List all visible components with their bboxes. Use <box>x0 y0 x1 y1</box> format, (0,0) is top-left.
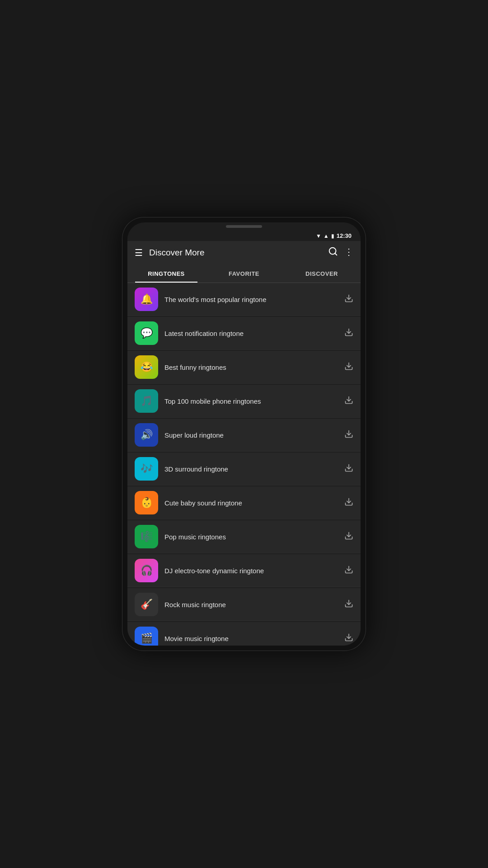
status-bar: ▼ ▲ ▮ 12:30 <box>127 229 361 241</box>
download-button-9[interactable] <box>344 565 353 576</box>
list-item[interactable]: 💬Latest notification ringtone <box>127 317 361 350</box>
status-time: 12:30 <box>337 232 352 239</box>
download-button-11[interactable] <box>344 633 353 644</box>
ringtone-label-9: DJ electro-tone dynamic ringtone <box>164 567 344 575</box>
list-item[interactable]: 🎸Rock music ringtone <box>127 588 361 621</box>
list-item[interactable]: 🎵Top 100 mobile phone ringtones <box>127 385 361 418</box>
list-item[interactable]: 🔊Super loud ringtone <box>127 419 361 452</box>
svg-line-1 <box>335 253 337 255</box>
download-button-6[interactable] <box>344 463 353 475</box>
ringtone-icon-11: 🎬 <box>135 627 158 646</box>
list-item[interactable]: 🔔The world's most popular ringtone <box>127 283 361 316</box>
app-title: Discover More <box>149 248 328 258</box>
ringtone-label-1: The world's most popular ringtone <box>164 296 344 303</box>
download-button-7[interactable] <box>344 497 353 509</box>
phone-frame: ▼ ▲ ▮ 12:30 ☰ Discover More ⋮ <box>122 217 366 651</box>
ringtone-label-6: 3D surround ringtone <box>164 465 344 473</box>
ringtone-label-4: Top 100 mobile phone ringtones <box>164 397 344 405</box>
battery-icon: ▮ <box>331 233 334 239</box>
list-item[interactable]: 😂Best funny ringtones <box>127 351 361 384</box>
download-button-4[interactable] <box>344 396 353 407</box>
list-item[interactable]: 🎬Movie music ringtone <box>127 622 361 646</box>
menu-icon[interactable]: ☰ <box>135 247 143 258</box>
ringtone-list: 🔔The world's most popular ringtone 💬Late… <box>127 283 361 646</box>
list-item[interactable]: 🎶3D surround ringtone <box>127 453 361 486</box>
tabs: RINGTONES FAVORITE DISCOVER <box>127 264 361 283</box>
list-item[interactable]: 🎼Pop music ringtones <box>127 520 361 553</box>
app-bar-actions: ⋮ <box>328 246 353 259</box>
list-item[interactable]: 🎧DJ electro-tone dynamic ringtone <box>127 554 361 587</box>
ringtone-icon-2: 💬 <box>135 321 158 345</box>
download-button-1[interactable] <box>344 294 353 305</box>
status-icons: ▼ ▲ ▮ 12:30 <box>316 232 352 239</box>
ringtone-icon-4: 🎵 <box>135 389 158 413</box>
download-button-2[interactable] <box>344 328 353 339</box>
app-bar: ☰ Discover More ⋮ <box>127 241 361 264</box>
ringtone-label-11: Movie music ringtone <box>164 635 344 642</box>
download-button-10[interactable] <box>344 599 353 610</box>
ringtone-label-3: Best funny ringtones <box>164 363 344 371</box>
ringtone-icon-10: 🎸 <box>135 593 158 616</box>
download-button-5[interactable] <box>344 429 353 441</box>
ringtone-icon-9: 🎧 <box>135 559 158 582</box>
phone-screen: ▼ ▲ ▮ 12:30 ☰ Discover More ⋮ <box>127 222 361 646</box>
ringtone-label-7: Cute baby sound ringtone <box>164 499 344 507</box>
tab-ringtones[interactable]: RINGTONES <box>127 264 205 283</box>
tab-favorite[interactable]: FAVORITE <box>205 264 283 283</box>
download-button-8[interactable] <box>344 531 353 542</box>
ringtone-label-10: Rock music ringtone <box>164 601 344 609</box>
ringtone-icon-7: 👶 <box>135 491 158 514</box>
search-icon[interactable] <box>328 246 338 259</box>
list-item[interactable]: 👶Cute baby sound ringtone <box>127 486 361 519</box>
ringtone-icon-3: 😂 <box>135 355 158 379</box>
ringtone-label-8: Pop music ringtones <box>164 533 344 541</box>
ringtone-icon-1: 🔔 <box>135 288 158 311</box>
ringtone-icon-6: 🎶 <box>135 457 158 481</box>
ringtone-label-5: Super loud ringtone <box>164 431 344 439</box>
ringtone-icon-5: 🔊 <box>135 423 158 447</box>
tab-discover[interactable]: DISCOVER <box>283 264 361 283</box>
download-button-3[interactable] <box>344 362 353 373</box>
phone-notch <box>226 225 262 228</box>
ringtone-label-2: Latest notification ringtone <box>164 330 344 337</box>
wifi-icon: ▼ <box>316 233 321 239</box>
signal-icon: ▲ <box>324 233 329 239</box>
more-icon[interactable]: ⋮ <box>344 246 353 259</box>
ringtone-icon-8: 🎼 <box>135 525 158 548</box>
